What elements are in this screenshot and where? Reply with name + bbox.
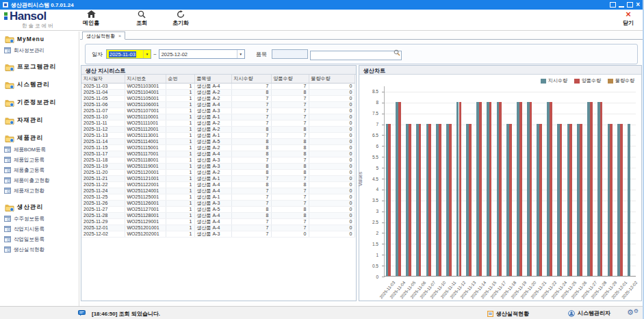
date-from-combo[interactable]: 2025-11-03 ▼ [106, 49, 151, 59]
minimize-icon[interactable] [619, 3, 624, 8]
sidebar-item-제품출고등록[interactable]: 제품출고등록 [4, 166, 79, 174]
table-row[interactable]: 2025-11-27WO2511270011생산품 A-5880 [81, 207, 355, 213]
sidebar-folder-기준정보관리[interactable]: 기준정보관리 [5, 98, 79, 107]
table-cell: 8 [231, 145, 271, 151]
sidebar-folder-시스템관리[interactable]: 시스템관리 [5, 80, 79, 90]
table-row[interactable]: 2025-11-18WO2511180011생산품 A-3770 [81, 157, 355, 164]
table-row[interactable]: 2025-11-21WO2511210011생산품 A-1770 [81, 176, 355, 182]
y-tick-mark [382, 190, 385, 190]
field-search-icon[interactable] [394, 49, 400, 56]
column-header-지시번호[interactable]: 지시번호 [125, 75, 166, 84]
column-header-지시수량[interactable]: 지시수량 [231, 75, 271, 84]
table-row[interactable]: 2025-11-20WO2511200011생산품 A-2880 [81, 170, 355, 176]
legend-item-지시수량: 지시수량 [541, 77, 567, 84]
table-row[interactable]: 2025-11-25WO2511250011생산품 A-1770 [81, 194, 355, 201]
table-row[interactable]: 2025-11-29WO2511290011생산품 A-4770 [81, 219, 355, 225]
column-header-순번[interactable]: 순번 [166, 75, 194, 84]
table-cell: 0 [309, 96, 355, 102]
reset-button[interactable]: 초기화 [166, 10, 196, 27]
table-row[interactable]: 2025-12-01WO2512010011생산품 A-4770 [81, 225, 355, 231]
table-row[interactable]: 2025-11-24WO2511240011생산품 A-4770 [81, 188, 355, 194]
sidebar-item-수주정보등록[interactable]: 수주정보등록 [4, 215, 79, 222]
tab-close-icon[interactable]: × [118, 34, 121, 38]
sidebar-item-작업지시등록[interactable]: 작업지시등록 [4, 225, 79, 233]
main-home-button[interactable]: 메인홈 [76, 10, 106, 27]
sidebar-item-제품미출고현황[interactable]: 제품미출고현황 [4, 177, 79, 184]
table-cell: 생산품 A-4 [194, 225, 231, 231]
bar-양품수량 [479, 102, 482, 276]
y-tick-mark [382, 255, 385, 255]
y-tick-label: 2 [376, 231, 378, 235]
sidebar-folder-MyMenu[interactable]: MyMenu [5, 34, 79, 44]
sidebar-item-생산실적현황[interactable]: 생산실적현황 [4, 246, 79, 253]
sidebar-item-회사정보관리[interactable]: 회사정보관리 [4, 47, 79, 54]
table-row[interactable]: 2025-11-07WO2511070011생산품 A-3770 [81, 108, 355, 114]
settings-gears-icon[interactable]: ⚙⚙ [627, 308, 639, 317]
keyboard-icon[interactable] [610, 2, 616, 8]
logo-mark-icon [4, 12, 8, 20]
sidebar-item-제품BOM등록[interactable]: 제품BOM등록 [4, 146, 79, 153]
table-row[interactable]: 2025-11-14WO2511140011생산품 A-5880 [81, 139, 355, 145]
maximize-icon[interactable] [627, 2, 633, 8]
table-cell: 7 [231, 176, 271, 182]
table-cell: WO251120001 [125, 170, 166, 176]
table-cell: 생산품 A-1 [194, 176, 231, 182]
sidebar-folder-프로그램관리[interactable]: 프로그램관리 [5, 62, 79, 72]
table-cell: 1 [166, 164, 194, 170]
bar-양품수량 [580, 124, 582, 276]
table-row[interactable]: 2025-11-26WO2511260011생산품 A-3770 [81, 201, 355, 207]
form-icon [4, 246, 11, 253]
close-icon[interactable]: × [636, 2, 640, 8]
table-row[interactable]: 2025-11-06WO2511060011생산품 A-4770 [81, 102, 355, 108]
bar-양품수량 [610, 124, 613, 276]
sidebar-folder-자재관리[interactable]: 자재관리 [5, 116, 79, 125]
table-row[interactable]: 2025-11-19WO2511190011생산품 A-3880 [81, 164, 355, 170]
table-cell: 2025-11-22 [81, 182, 125, 188]
tab-production-status[interactable]: 생산실적현황 × [82, 31, 125, 40]
chevron-down-icon[interactable]: ▼ [237, 50, 244, 58]
search-button[interactable]: 조회 [127, 10, 157, 27]
table-cell: 7 [231, 219, 271, 225]
form-icon [4, 236, 11, 242]
column-header-불량수량[interactable]: 불량수량 [309, 75, 355, 84]
table-row[interactable]: 2025-11-04WO2511040011생산품 A-2880 [81, 90, 355, 96]
menu-label: 생산관리 [17, 203, 43, 212]
table-row[interactable]: 2025-12-02WO2512020011생산품 A-3700 [81, 231, 355, 238]
table-row[interactable]: 2025-11-05WO2511050011생산품 A-2770 [81, 96, 355, 102]
table-cell: 0 [309, 182, 355, 188]
bar-양품수량 [499, 102, 502, 276]
table-row[interactable]: 2025-11-17WO2511170011생산품 A-4880 [81, 151, 355, 157]
table-cell: 1 [166, 96, 194, 102]
table-row[interactable]: 2025-11-03WO2511030011생산품 A-4770 [81, 84, 355, 90]
table-row[interactable]: 2025-11-15WO2511150011생산품 A-2880 [81, 145, 355, 151]
table-row[interactable]: 2025-11-10WO2511100011생산품 A-1770 [81, 114, 355, 120]
date-to-combo[interactable]: 2025-12-02 ▼ [159, 49, 245, 59]
sidebar-folder-제품관리[interactable]: 제품관리 [5, 133, 79, 143]
table-row[interactable]: 2025-11-12WO2511120011생산품 A-2880 [81, 127, 355, 133]
table-cell: 8 [231, 182, 271, 188]
table-row[interactable]: 2025-11-28WO2511280011생산품 A-4880 [81, 213, 355, 219]
column-header-양품수량[interactable]: 양품수량 [271, 75, 309, 84]
menu-label: 생산실적현황 [14, 246, 44, 253]
item-code-input[interactable] [272, 49, 308, 59]
chevron-down-icon[interactable]: ▼ [143, 50, 151, 58]
item-name-input[interactable] [310, 51, 402, 60]
folder-icon [5, 135, 14, 142]
legend-label: 지시수량 [548, 77, 567, 84]
bar-양품수량 [560, 124, 563, 276]
column-header-지시일자[interactable]: 지시일자 [81, 75, 125, 84]
y-tick-mark [382, 103, 385, 103]
sidebar-item-제품입고등록[interactable]: 제품입고등록 [4, 156, 79, 164]
window-controls: × [610, 2, 640, 8]
table-row[interactable]: 2025-11-11WO2511110011생산품 A-2770 [81, 120, 355, 127]
table-cell: 7 [271, 84, 309, 90]
sidebar-item-제품재고현황[interactable]: 제품재고현황 [4, 187, 79, 194]
table-cell: 8 [271, 151, 309, 157]
sidebar-folder-생산관리[interactable]: 생산관리 [5, 203, 79, 212]
table-cell: 생산품 A-2 [194, 145, 231, 151]
column-header-품목명[interactable]: 품목명 [194, 75, 231, 84]
sidebar-item-작업일보등록[interactable]: 작업일보등록 [4, 235, 79, 243]
table-row[interactable]: 2025-11-22WO2511220011생산품 A-4880 [81, 182, 355, 188]
table-row[interactable]: 2025-11-13WO2511130011생산품 A-1770 [81, 133, 355, 139]
close-app-button[interactable]: × 닫기 [617, 10, 640, 27]
